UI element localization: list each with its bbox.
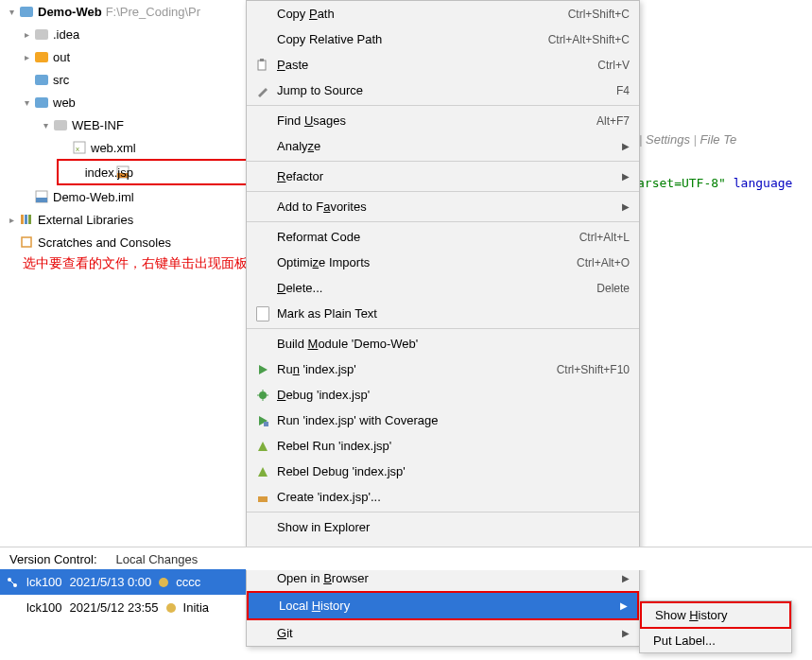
menu-build-module[interactable]: Build Module 'Demo-Web' (247, 331, 639, 356)
menu-separator (247, 328, 639, 329)
folder-icon (34, 49, 49, 64)
rebel-run-icon (252, 441, 273, 452)
menu-mark-plain-text[interactable]: Mark as Plain Text (247, 301, 639, 326)
paste-icon (252, 59, 273, 72)
menu-local-history[interactable]: Local History▶ (247, 591, 639, 620)
tree-item-indexjsp[interactable]: index.jsp (57, 159, 267, 185)
submenu-arrow-icon: ▶ (616, 201, 630, 212)
folder-icon (34, 72, 49, 87)
iml-file-icon (34, 189, 49, 204)
menu-show-explorer[interactable]: Show in Explorer (247, 514, 639, 540)
svg-rect-9 (22, 237, 31, 247)
vc-tab-local-changes[interactable]: Local Changes (107, 552, 208, 566)
menu-rebel-debug[interactable]: Rebel Debug 'index.jsp' (247, 459, 639, 484)
editor-code: arset=UTF-8" language (637, 176, 792, 190)
library-icon (19, 212, 34, 227)
menu-refactor[interactable]: Refactor▶ (247, 164, 639, 189)
chevron-down-icon: ▾ (4, 7, 19, 17)
project-icon (19, 4, 34, 19)
pencil-icon (252, 84, 273, 97)
menu-git[interactable]: Git▶ (247, 620, 639, 646)
chevron-right-icon: ▸ (19, 52, 34, 62)
chevron-down-icon: ▾ (19, 97, 34, 108)
log-row[interactable]: lck100 2021/5/12 23:55 Initia (0, 595, 246, 620)
log-row[interactable]: lck100 2021/5/13 0:00 cccc (0, 569, 246, 595)
tree-external-libraries[interactable]: ▸ External Libraries (0, 208, 246, 231)
menu-find-usages[interactable]: Find UsagesAlt+F7 (247, 108, 639, 133)
svg-rect-5 (36, 198, 47, 202)
tree-item-out[interactable]: ▸ out (0, 45, 246, 68)
tree-item-src[interactable]: src (0, 68, 246, 91)
menu-separator (247, 221, 639, 222)
menu-create[interactable]: Create 'index.jsp'... (247, 484, 639, 510)
scratch-icon (19, 234, 34, 250)
commit-dot-icon (159, 578, 168, 587)
coverage-icon (252, 415, 273, 426)
submenu-arrow-icon: ▶ (616, 628, 630, 638)
xml-file-icon: x (72, 140, 87, 155)
menu-rebel-run[interactable]: Rebel Run 'index.jsp' (247, 433, 639, 459)
svg-text:x: x (76, 145, 79, 153)
create-icon (252, 492, 273, 503)
folder-icon (34, 95, 49, 110)
vc-title: Version Control: (0, 552, 107, 566)
root-label: Demo-Web (38, 5, 106, 19)
tree-item-iml[interactable]: Demo-Web.iml (0, 185, 246, 208)
commit-dot-icon (166, 603, 176, 613)
menu-delete[interactable]: Delete...Delete (247, 275, 639, 301)
debug-icon (252, 390, 273, 401)
menu-jump-to-source[interactable]: Jump to SourceF4 (247, 78, 639, 103)
branch-icon (6, 576, 19, 589)
svg-rect-16 (258, 496, 268, 502)
menu-debug[interactable]: Debug 'index.jsp' (247, 382, 639, 408)
svg-rect-10 (258, 61, 266, 70)
submenu-arrow-icon: ▶ (616, 141, 630, 151)
menu-separator (247, 105, 639, 106)
submenu-arrow-icon: ▶ (616, 573, 630, 583)
version-control-bar: Version Control: Local Changes (0, 547, 812, 570)
submenu-arrow-icon: ▶ (616, 171, 630, 182)
menu-separator (247, 512, 639, 512)
submenu-put-label[interactable]: Put Label... (640, 629, 791, 652)
chevron-right-icon: ▸ (19, 29, 34, 40)
menu-copy-relative-path[interactable]: Copy Relative PathCtrl+Alt+Shift+C (247, 26, 639, 52)
menu-run-coverage[interactable]: Run 'index.jsp' with Coverage (247, 408, 639, 433)
svg-rect-6 (21, 215, 24, 224)
chevron-right-icon: ▸ (4, 215, 19, 225)
svg-rect-7 (25, 215, 27, 224)
submenu-arrow-icon: ▶ (614, 600, 628, 611)
menu-reformat[interactable]: Reformat CodeCtrl+Alt+L (247, 224, 639, 250)
submenu-show-history[interactable]: Show History (640, 601, 791, 629)
chevron-down-icon: ▾ (38, 120, 53, 130)
run-icon (252, 364, 273, 375)
folder-icon (34, 26, 49, 42)
menu-analyze[interactable]: Analyze▶ (247, 133, 639, 159)
folder-icon (53, 117, 68, 132)
menu-optimize-imports[interactable]: Optimize ImportsCtrl+Alt+O (247, 250, 639, 275)
svg-rect-11 (260, 59, 264, 61)
menu-separator (247, 161, 639, 162)
tree-root[interactable]: ▾ Demo-Web F:\Pre_Coding\Pr (0, 0, 246, 23)
menu-favorites[interactable]: Add to Favorites▶ (247, 194, 639, 219)
tree-scratches[interactable]: Scratches and Consoles (0, 231, 246, 253)
local-history-submenu: Show History Put Label... (639, 600, 792, 653)
menu-separator (247, 191, 639, 192)
menu-run[interactable]: Run 'index.jsp'Ctrl+Shift+F10 (247, 356, 639, 382)
editor-hint: | Settings | File Te (639, 132, 736, 147)
rebel-debug-icon (252, 466, 273, 478)
tree-item-web[interactable]: ▾ web (0, 91, 246, 113)
svg-rect-15 (264, 422, 268, 426)
root-path: F:\Pre_Coding\Pr (106, 5, 200, 19)
tree-item-webinf[interactable]: ▾ WEB-INF (0, 113, 246, 136)
svg-rect-8 (28, 215, 31, 224)
annotation-text: 选中要查看的文件，右键单击出现面板 (23, 255, 248, 272)
tree-item-webxml[interactable]: x web.xml (0, 136, 246, 159)
vc-log: lck100 2021/5/13 0:00 cccc lck100 2021/5… (0, 569, 246, 620)
menu-copy-path[interactable]: Copy PathCtrl+Shift+C (247, 1, 639, 26)
menu-paste[interactable]: PasteCtrl+V (247, 52, 639, 78)
file-icon (252, 306, 273, 321)
tree-item-idea[interactable]: ▸ .idea (0, 23, 246, 45)
